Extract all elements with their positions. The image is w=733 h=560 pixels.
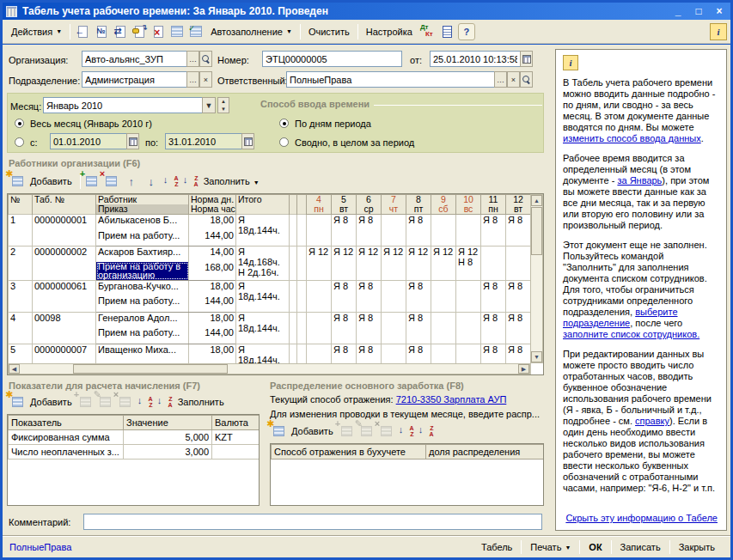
day-cell[interactable]: Я 8 — [406, 215, 431, 247]
spacer-cell[interactable] — [297, 247, 307, 281]
norm-days-cell[interactable]: 18,00 — [189, 344, 236, 359]
day-cell[interactable]: Я 12 — [382, 247, 406, 281]
help-link[interactable]: заполните список сотрудников. — [563, 329, 699, 339]
indicator-name-cell[interactable]: Число неоплаченных з... — [9, 445, 124, 460]
copy-row-icon[interactable]: + — [77, 394, 95, 410]
vertical-scroll-thumb[interactable] — [531, 207, 542, 255]
indicator-value-cell[interactable]: 5,000 — [124, 430, 212, 445]
day-cell[interactable]: Я 8 — [357, 312, 382, 344]
department-input[interactable] — [82, 71, 187, 88]
scroll-left-icon[interactable]: ◀ — [9, 364, 20, 374]
move-up-icon[interactable]: ↑ — [123, 173, 140, 189]
day-cell[interactable] — [307, 280, 332, 312]
month-dropdown-button[interactable]: ▼ — [202, 97, 216, 113]
spinner-down-icon[interactable]: ▼ — [218, 107, 229, 112]
norm-days-cell[interactable]: 18,00 — [189, 312, 236, 327]
delete-row-icon[interactable]: × — [117, 394, 134, 410]
scroll-up-icon[interactable]: ▲ — [531, 195, 542, 206]
norm-hours-cell[interactable]: 144,00 — [189, 327, 236, 344]
spacer-cell[interactable] — [290, 247, 297, 281]
day-cell[interactable] — [481, 247, 506, 281]
day-cell[interactable]: Я 8 — [506, 312, 531, 344]
day-cell[interactable]: Я 12 — [406, 247, 431, 281]
day-cell[interactable]: Я 8 — [506, 215, 531, 247]
day-cell[interactable] — [307, 312, 332, 344]
indicator-value-cell[interactable]: 3,000 — [124, 445, 212, 460]
scroll-down-icon[interactable]: ▼ — [531, 351, 542, 362]
department-select-button[interactable]: … — [186, 71, 199, 88]
settings-button[interactable]: Настройка — [361, 23, 418, 40]
statusbar-button[interactable]: Печать▼ — [522, 539, 579, 556]
title-bar[interactable]: Табель учета рабочего времени: За Январь… — [3, 3, 730, 20]
sort-desc-icon[interactable]: ↓ZA — [156, 394, 174, 410]
day-cell[interactable]: Я 12 — [431, 247, 456, 281]
sort-desc-icon[interactable]: ↓ZA — [182, 173, 199, 189]
day-cell[interactable]: Я 12 Н 8 — [456, 247, 481, 281]
day-cell[interactable]: Я 8 — [481, 280, 506, 312]
delete-row-icon[interactable]: × — [103, 173, 120, 189]
spacer-cell[interactable] — [290, 312, 297, 344]
norm-days-cell[interactable]: 18,00 — [189, 280, 236, 295]
day-cell[interactable]: Я 8 — [357, 215, 382, 247]
worker-name-cell[interactable]: Бурганова-Кучко... — [96, 280, 189, 295]
day-cell[interactable] — [382, 280, 406, 312]
statusbar-button[interactable]: Закрыть — [670, 539, 724, 556]
row-number-cell[interactable]: 3 — [9, 280, 33, 312]
current-method-link[interactable]: 7210-3350 Зарплата АУП — [396, 394, 507, 405]
responsible-open-button[interactable] — [520, 71, 533, 88]
total-cell[interactable]: Я 14д.168ч. Н 2д.16ч. — [236, 247, 290, 281]
related-documents-icon[interactable]: ⇄ — [112, 23, 129, 40]
custom-period-radio[interactable] — [15, 137, 24, 147]
add-row-icon[interactable]: ✱ — [9, 394, 26, 410]
order-cell[interactable]: Прием на работу... — [96, 295, 189, 312]
reread-document-icon[interactable]: ← — [74, 23, 91, 40]
date-calendar-button[interactable] — [520, 51, 533, 67]
add-row-icon[interactable]: ✱ — [270, 423, 287, 439]
vertical-scrollbar[interactable]: ▲ ▼ — [530, 194, 543, 363]
number-input[interactable] — [262, 51, 402, 67]
row-number-cell[interactable]: 1 — [9, 215, 33, 247]
day-cell[interactable] — [506, 247, 531, 281]
dt-kt-postings-icon[interactable]: Дт Кт — [418, 23, 437, 40]
day-cell[interactable] — [307, 215, 332, 247]
tab-number-cell[interactable]: 0000000061 — [33, 280, 96, 312]
day-cell[interactable] — [431, 280, 456, 312]
sort-desc-icon[interactable]: ↓ZA — [418, 423, 435, 439]
sort-asc-icon[interactable]: ↓AZ — [398, 423, 415, 439]
order-cell[interactable]: Прием на работу... — [96, 230, 189, 247]
day-cell[interactable]: Я 8 — [357, 280, 382, 312]
norm-hours-cell[interactable]: 168,00 — [189, 262, 236, 281]
autofill-menu-button[interactable]: Автозаполнение▼ — [205, 23, 297, 40]
spacer-cell[interactable] — [290, 215, 297, 247]
day-cell[interactable] — [382, 215, 406, 247]
from-calendar-button[interactable] — [126, 133, 139, 149]
maximize-button[interactable]: □ — [693, 5, 705, 17]
tab-number-cell[interactable]: 0000000001 — [33, 215, 96, 247]
help-link[interactable]: справку — [635, 416, 669, 426]
spacer-cell[interactable] — [297, 312, 307, 344]
undo-posting-icon[interactable]: × — [150, 23, 167, 40]
organization-input[interactable] — [82, 51, 187, 67]
minimize-button[interactable]: _ — [672, 5, 684, 17]
day-cell[interactable]: Я 8 — [481, 312, 506, 344]
spacer-cell[interactable] — [290, 280, 297, 312]
norm-hours-cell[interactable]: 144,00 — [189, 230, 236, 247]
add-row-label[interactable]: Добавить — [291, 426, 333, 436]
register-records-icon[interactable] — [168, 23, 186, 40]
statusbar-button[interactable]: Табель — [473, 539, 521, 556]
copy-row-icon[interactable]: + — [339, 423, 356, 439]
date-input[interactable] — [430, 51, 521, 67]
indicator-name-cell[interactable]: Фиксированная сумма — [9, 430, 124, 445]
worker-name-cell[interactable]: Генералов Адол... — [96, 312, 189, 327]
help-link[interactable]: изменить способ ввода данных — [563, 133, 701, 143]
info-toggle-button[interactable]: i — [710, 23, 727, 40]
day-cell[interactable]: Я 8 — [406, 312, 431, 344]
fill-menu-button[interactable]: Заполнить▼ — [204, 176, 260, 186]
day-cell[interactable]: Я 12 — [332, 247, 357, 281]
tab-number-cell[interactable]: 0000000002 — [33, 247, 96, 281]
day-cell[interactable]: Я 8 — [506, 280, 531, 312]
worker-name-cell[interactable]: Аскаров Бахтияр... — [96, 247, 189, 262]
day-cell[interactable]: Я 8 — [332, 215, 357, 247]
report-icon[interactable] — [439, 23, 456, 40]
actions-menu-button[interactable]: Действия▼ — [6, 23, 67, 40]
